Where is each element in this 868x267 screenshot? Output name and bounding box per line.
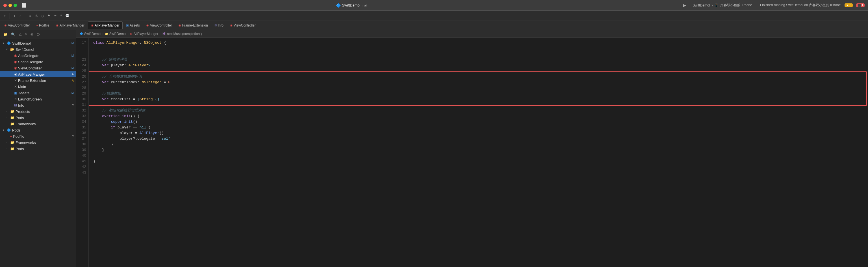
line-num: 37 [80,136,86,142]
swift-icon: ◉ [91,24,94,27]
plist-icon: ⊟ [14,103,17,107]
sidebar-item-launchscreen[interactable]: ✕ LaunchScreen [0,96,76,102]
tab-viewcontroller3[interactable]: ◉ ViewController [227,22,259,29]
code-line-33: override init() { [93,113,864,119]
line-num: 26 [80,74,86,79]
sidebar-item-aliplayermanger[interactable]: ◉ AliPlayerManger A [0,71,76,77]
question-badge: ? [72,104,74,107]
sidebar-item-assets[interactable]: ▣ Assets M [0,90,76,96]
search-icon[interactable]: ⊕ [27,13,32,18]
code-editor[interactable]: 17 23 24 25 26 27 28 29 30 31 32 33 34 3… [76,38,868,267]
merge-icon[interactable]: ⑂ [59,13,63,18]
method-breadcrumb-icon: M [162,32,165,35]
debug-icon[interactable]: ◎ [29,32,34,37]
pods-group-icon: 🔷 [7,128,11,132]
nav-forward-button[interactable]: › [18,13,22,18]
sidebar-item-main[interactable]: ✕ Main [0,84,76,90]
swift-icon: ◉ [230,24,232,27]
sidebar-item-label: Info [18,103,71,107]
tab-viewcontroller2[interactable]: ◉ ViewController [143,22,175,29]
line-num: 28 [80,85,86,91]
code-line-32: // 初始化播放器管理对象 [93,108,864,113]
sidebar-item-pods-top[interactable]: › 📁 Pods [0,114,76,121]
project-sub: main [362,4,368,7]
sidebar-item-scenedelegate[interactable]: ◉ SceneDelegate [0,59,76,65]
assets-icon: ▣ [126,24,129,27]
source-control-icon[interactable]: ⑂ [24,32,28,37]
line-numbers: 17 23 24 25 26 27 28 29 30 31 32 33 34 3… [76,38,89,267]
tab-aliplayermanger2[interactable]: ◉ AliPlayerManger [88,22,123,29]
folder-icon: 📁 [10,116,14,120]
zoom-button[interactable] [13,4,17,7]
error-badge[interactable]: ⬛ 1 [856,3,865,7]
folder-icon: 📁 [10,147,14,151]
code-content[interactable]: class AliPlayerManger: NSObject { // 播放管… [89,38,868,267]
code-line-34: super.init() [93,119,864,125]
folder-icon[interactable]: 📁 [2,32,9,37]
tab-frame-extension[interactable]: ◉ Frame-Extension [176,22,211,29]
pencil-icon[interactable]: ✏ [53,13,58,18]
warning-sidebar-icon[interactable]: ⚠ [18,32,23,37]
breakpoint-icon[interactable]: ⬡ [36,32,41,37]
sidebar-item-swiftdemol-group[interactable]: ▼ 📂 SwiftDemol [0,46,76,53]
play-button[interactable]: ▶ [683,3,686,8]
tabbar: ◉ ViewController ♦ Podfile ◉ AliPlayerMa… [0,21,868,30]
tab-viewcontroller1[interactable]: ◉ ViewController [1,22,33,29]
warning-badge[interactable]: ▲ 3 [844,3,852,7]
minimize-button[interactable] [8,4,12,7]
line-num: 24 [80,63,86,68]
search-sidebar-icon[interactable]: 🔍 [10,32,17,37]
sidebar-item-appdelegate[interactable]: ◉ AppDelegate M [0,53,76,59]
sidebar-item-products[interactable]: › 📁 Products [0,108,76,114]
code-line-24: var player: AliPlayer? [93,63,864,68]
tab-podfile[interactable]: ♦ Podfile [33,22,53,29]
sidebar-toggle-icon[interactable]: ⬜ [22,3,26,8]
code-line-23: // 播放管理器 [93,57,864,63]
sidebar-item-frameworks[interactable]: › 📁 Frameworks [0,121,76,127]
sidebar-item-frameworks2[interactable]: › 📁 Frameworks [0,139,76,146]
line-num: 35 [80,125,86,130]
chevron-down-icon: ▼ [2,42,6,44]
sidebar-item-label: Products [16,109,74,114]
sidebar-item-info[interactable]: ⊟ Info ? [0,102,76,108]
breadcrumb-label: AliPlayerManger [133,32,158,36]
close-button[interactable] [3,4,7,7]
tab-info[interactable]: ⊟ Info [211,22,227,29]
sidebar-item-podfile[interactable]: ♦ Podfile ? [0,133,76,139]
code-line-36: player = AliPlayer() [93,130,864,136]
sidebar-item-pods2[interactable]: › 📁 Pods [0,146,76,152]
breadcrumb-item: 🔷 SwiftDemol [80,32,101,36]
line-num: 41 [80,159,86,164]
sidebar-item-pods-root[interactable]: ▼ 🔷 Pods [0,127,76,133]
sidebar-item-label: AliPlayerManger [18,72,71,76]
question-badge: ? [72,135,74,138]
line-num: 34 [80,119,86,125]
line-num: 33 [80,113,86,119]
bubble-icon[interactable]: 💬 [64,13,71,18]
flag-icon[interactable]: ⚑ [46,13,52,18]
plist-icon: ⊟ [214,24,217,27]
grid-icon[interactable]: ⊞ [2,13,7,18]
line-num [80,52,86,57]
folder-icon: 📂 [10,47,14,52]
line-num: 40 [80,153,86,159]
line-num [80,46,86,52]
code-line-29: //歌曲数组 [93,91,864,97]
tab-assets[interactable]: ▣ Assets [123,22,143,29]
assets-icon: ▣ [14,91,17,95]
code-line-17: class AliPlayerManger: NSObject { [93,40,864,46]
sidebar-item-frame-extension[interactable]: ✕ Frame-Extension A [0,77,76,84]
chevron-right-icon: › [6,110,9,113]
nav-back-button[interactable]: ‹ [12,13,17,18]
warning-icon[interactable]: ⚠ [34,13,39,18]
breadcrumb-label: SwiftDemol [110,32,127,36]
code-line-41: } [93,159,864,164]
toolbar: ⊞ ‹ › ⊕ ⚠ ◇ ⚑ ✏ ⑂ 💬 [0,11,868,21]
code-line-blank1 [93,46,864,52]
sidebar-item-root[interactable]: ▼ 🔷 SwiftDemol M [0,40,76,46]
diamond-icon[interactable]: ◇ [40,13,45,18]
tab-aliplayermanger1[interactable]: ◉ AliPlayerManger [53,22,88,29]
added-badge: A [72,79,74,82]
sidebar-item-viewcontroller[interactable]: ◉ ViewController M [0,65,76,71]
code-line-27: var currentIndex: NSInteger = 0 [93,79,864,85]
